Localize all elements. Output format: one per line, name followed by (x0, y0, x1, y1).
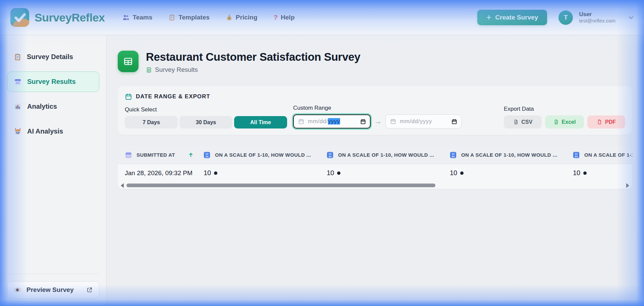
svg-text:34: 34 (329, 155, 332, 158)
navbar-right: + Create Survey T User test@reflex.com (477, 10, 634, 25)
user-info: User test@reflex.com (579, 11, 615, 24)
column-header-submitted-at[interactable]: SUBMITTED AT (118, 151, 198, 159)
teams-icon (122, 14, 129, 21)
column-header-scale-q3[interactable]: 1234 ON A SCALE OF 1-10, HOW WOULD ... (444, 151, 567, 159)
nav-label: Teams (132, 14, 152, 21)
export-excel-button[interactable]: Excel (545, 115, 584, 129)
nav-item-teams[interactable]: Teams (122, 14, 152, 21)
quick-select-group: Quick Select 7 Days 30 Days All Time (125, 106, 287, 129)
bar-chart-icon (14, 103, 22, 111)
table-row: Jan 28, 2026, 09:32 PM 10 10 10 10 (118, 164, 632, 182)
create-survey-button[interactable]: + Create Survey (477, 10, 547, 25)
numeric-badge-icon: 1234 (449, 151, 457, 159)
user-name: User (579, 11, 615, 18)
column-label: ON A SCALE OF 1-10, HOW WOULD ... (338, 152, 434, 158)
document-icon (146, 67, 152, 73)
value-dot (460, 171, 464, 175)
calendar-small-icon (390, 118, 396, 124)
quick-select-label: Quick Select (125, 106, 287, 113)
preview-survey-label: Preview Survey (26, 286, 81, 294)
brand-name: SurveyReflex (35, 11, 105, 24)
quick-select-7-days[interactable]: 7 Days (125, 116, 178, 129)
question-mark-icon: ? (273, 13, 278, 21)
robot-icon (14, 128, 22, 136)
sidebar-item-survey-results[interactable]: Survey Results (7, 71, 99, 92)
cell-scale-q4: 10 (567, 169, 632, 177)
scrollbar-thumb[interactable] (126, 184, 435, 187)
export-excel-label: Excel (562, 119, 576, 125)
clipboard-icon (168, 14, 175, 21)
pdf-file-icon (597, 119, 602, 125)
preview-survey-button[interactable]: Preview Survey (7, 281, 99, 299)
svg-text:34: 34 (452, 155, 455, 158)
quick-select-30-days[interactable]: 30 Days (179, 116, 232, 129)
sidebar: Survey Details Survey Results Analytics … (0, 35, 107, 306)
sidebar-item-label: AI Analysis (27, 128, 63, 135)
sidebar-item-analytics[interactable]: Analytics (7, 96, 99, 117)
end-date-input[interactable]: mm/dd/yyyy (385, 114, 462, 129)
nav-item-help[interactable]: ? Help (273, 13, 294, 21)
nav-item-templates[interactable]: Templates (168, 14, 210, 21)
sidebar-item-ai-analysis[interactable]: AI Analysis (7, 121, 99, 142)
top-navbar: SurveyReflex Teams Templates $ Pricing (0, 0, 644, 35)
numeric-badge-icon: 1234 (573, 151, 580, 159)
clipboard-icon (14, 53, 21, 61)
export-pdf-button[interactable]: PDF (587, 115, 625, 129)
range-arrow-icon: → (374, 117, 382, 126)
sidebar-item-label: Analytics (27, 103, 57, 110)
user-avatar[interactable]: T (558, 10, 573, 25)
main-nav: Teams Templates $ Pricing ? Help (122, 13, 294, 21)
excel-file-icon (553, 119, 559, 125)
column-label: ON A SCALE OF 1-10, HOW WOULD ... (584, 152, 632, 158)
nav-item-pricing[interactable]: $ Pricing (226, 14, 257, 21)
page-header: Restaurant Customer Satisfaction Survey … (118, 51, 632, 73)
start-date-input[interactable]: mm/dd/yyyy (293, 114, 371, 129)
column-header-scale-q1[interactable]: 1234 ON A SCALE OF 1-10, HOW WOULD ... (198, 151, 321, 159)
horizontal-scrollbar (118, 182, 632, 189)
user-email: test@reflex.com (579, 18, 615, 24)
custom-range-label: Custom Range (293, 105, 462, 111)
calendar-small-icon (298, 118, 304, 124)
column-label: ON A SCALE OF 1-10, HOW WOULD ... (215, 152, 311, 158)
value-dot (214, 171, 217, 175)
sidebar-divider (8, 274, 99, 274)
sidebar-item-survey-details[interactable]: Survey Details (7, 47, 99, 67)
date-picker-icon[interactable] (360, 119, 366, 124)
scroll-left-arrow[interactable] (121, 183, 124, 188)
column-header-scale-q2[interactable]: 1234 ON A SCALE OF 1-10, HOW WOULD ... (321, 151, 444, 159)
export-csv-label: CSV (522, 119, 533, 125)
cell-submitted-at: Jan 28, 2026, 09:32 PM (118, 169, 198, 177)
date-picker-icon[interactable] (451, 119, 457, 124)
scroll-right-arrow[interactable] (626, 183, 629, 188)
export-csv-button[interactable]: CSV (504, 115, 542, 129)
export-group: Export Data CSV (504, 106, 625, 129)
app-window: SurveyReflex Teams Templates $ Pricing (0, 0, 644, 306)
value-dot (337, 171, 340, 175)
csv-file-icon (513, 119, 519, 125)
quick-select-all-time[interactable]: All Time (234, 116, 287, 129)
page-title: Restaurant Customer Satisfaction Survey (146, 51, 360, 63)
sort-asc-icon[interactable] (188, 152, 194, 158)
sidebar-bottom: Preview Survey (7, 274, 99, 299)
value-dot (583, 171, 587, 175)
eye-icon (14, 286, 21, 294)
results-table: SUBMITTED AT 1234 ON A SCALE OF 1-10, HO… (118, 146, 632, 189)
create-survey-label: Create Survey (495, 14, 538, 21)
calendar-badge-icon (125, 151, 132, 159)
export-label: Export Data (504, 106, 625, 112)
nav-label: Templates (178, 14, 210, 21)
calendar-icon (14, 78, 22, 86)
brand-logo[interactable]: SurveyReflex (10, 8, 105, 27)
plus-icon: + (486, 13, 491, 21)
sidebar-item-label: Survey Results (27, 78, 76, 86)
chevron-down-icon[interactable] (628, 15, 634, 20)
scrollbar-track[interactable] (126, 184, 624, 187)
nav-label: Help (281, 14, 294, 21)
svg-text:$: $ (228, 16, 230, 20)
date-range-export-panel: DATE RANGE & EXPORT Quick Select 7 Days … (118, 86, 632, 135)
column-header-scale-q4[interactable]: 1234 ON A SCALE OF 1-10, HOW WOULD ... (567, 151, 632, 159)
sidebar-item-label: Survey Details (27, 53, 73, 61)
main-content: Restaurant Customer Satisfaction Survey … (107, 35, 644, 306)
custom-range-group: Custom Range mm/dd/yyyy (293, 105, 462, 129)
column-label: SUBMITTED AT (137, 152, 175, 158)
